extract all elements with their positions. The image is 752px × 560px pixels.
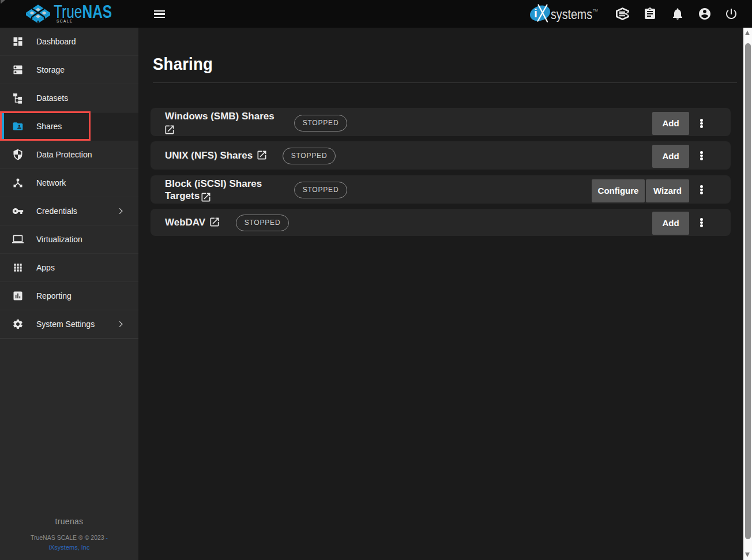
- svg-text:systems: systems: [551, 6, 592, 22]
- svg-text:i: i: [534, 6, 537, 20]
- svg-text:TM: TM: [593, 9, 598, 12]
